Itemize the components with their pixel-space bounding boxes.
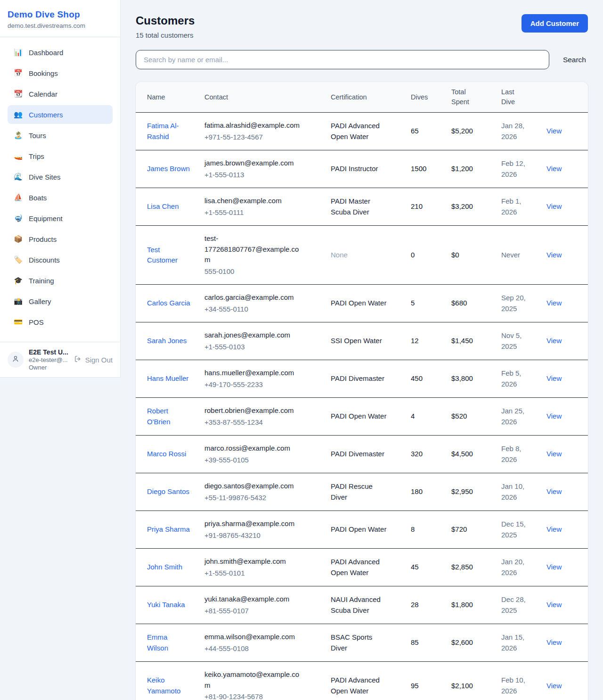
view-link[interactable]: View: [546, 299, 562, 307]
page-header: Customers 15 total customers Add Custome…: [136, 14, 588, 39]
user-name: E2E Test U...: [29, 348, 68, 356]
dives-cell: 0: [411, 226, 451, 285]
shop-domain: demo.test.divestreams.com: [8, 22, 113, 29]
customer-name-link[interactable]: Marco Rossi: [147, 449, 186, 460]
sidebar-item-customers[interactable]: 👥Customers: [8, 105, 113, 124]
action-cell: View: [546, 322, 588, 360]
page-subtitle: 15 total customers: [136, 31, 195, 39]
search-input[interactable]: [136, 50, 549, 69]
customer-name-link[interactable]: Hans Mueller: [147, 373, 188, 384]
customer-name-link[interactable]: Emma Wilson: [147, 632, 190, 653]
dives-cell: 1500: [411, 150, 451, 188]
customer-name-link[interactable]: Robert O'Brien: [147, 406, 190, 427]
view-link[interactable]: View: [546, 682, 562, 690]
sidebar-item-label: Products: [29, 235, 57, 243]
view-link[interactable]: View: [546, 412, 562, 420]
last-dive-cell: Nov 5, 2025: [501, 322, 546, 360]
total-spent-cell: $3,800: [451, 360, 501, 398]
last-dive-cell: Jan 10, 2026: [501, 473, 546, 511]
last-dive-value: Jan 20, 2026: [501, 557, 531, 578]
customer-name-link[interactable]: James Brown: [147, 164, 190, 174]
add-customer-button[interactable]: Add Customer: [522, 14, 588, 33]
customer-name-link[interactable]: Keiko Yamamoto: [147, 675, 190, 696]
customer-name-link[interactable]: Fatima Al-Rashid: [147, 121, 190, 142]
sidebar-item-label: Equipment: [29, 214, 63, 222]
table-row: Hans Muellerhans.mueller@example.com+49-…: [136, 360, 588, 398]
search-button[interactable]: Search: [561, 56, 588, 64]
view-link[interactable]: View: [546, 487, 562, 495]
table-row: James Brownjames.brown@example.com+1-555…: [136, 150, 588, 188]
dives-cell: 95: [411, 662, 451, 700]
sidebar-item-gallery[interactable]: 📸Gallery: [8, 292, 113, 311]
last-dive-value: Dec 15, 2025: [501, 519, 531, 540]
sidebar-item-equipment[interactable]: 🤿Equipment: [8, 209, 113, 228]
sidebar-item-label: Dashboard: [29, 49, 63, 57]
search-row: Search: [136, 50, 588, 69]
action-cell: View: [546, 285, 588, 322]
view-link[interactable]: View: [546, 374, 562, 382]
customer-phone: +971-55-123-4567: [204, 132, 326, 143]
sign-out-icon: [74, 355, 82, 364]
last-dive-value: Feb 12, 2026: [501, 158, 531, 180]
sidebar-item-products[interactable]: 📦Products: [8, 230, 113, 248]
sidebar-item-boats[interactable]: ⛵Boats: [8, 188, 113, 207]
certification-cell: PADI Open Water: [331, 511, 411, 549]
action-cell: View: [546, 473, 588, 511]
certification-value: PADI Advanced Open Water: [331, 121, 388, 142]
customer-name-link[interactable]: Carlos Garcia: [147, 298, 190, 309]
customer-name-link[interactable]: John Smith: [147, 562, 182, 573]
total-spent-cell: $2,850: [451, 549, 501, 586]
sidebar-header: Demo Dive Shop demo.test.divestreams.com: [0, 0, 120, 37]
customer-phone: 555-0100: [204, 266, 326, 277]
view-link[interactable]: View: [546, 251, 562, 259]
customers-table-card: NameContactCertificationDivesTotal Spent…: [136, 82, 588, 700]
customer-email: emma.wilson@example.com: [204, 632, 304, 642]
customer-name-link[interactable]: Sarah Jones: [147, 336, 187, 346]
view-link[interactable]: View: [546, 638, 562, 646]
sidebar-item-dive-sites[interactable]: 🌊Dive Sites: [8, 167, 113, 186]
certification-cell: PADI Rescue Diver: [331, 473, 411, 511]
customer-name-link[interactable]: Priya Sharma: [147, 524, 190, 535]
sign-out-button[interactable]: Sign Out: [74, 355, 113, 364]
customers-table: NameContactCertificationDivesTotal Spent…: [136, 82, 588, 700]
last-dive-cell: Dec 15, 2025: [501, 511, 546, 549]
customer-name-link[interactable]: Yuki Tanaka: [147, 600, 185, 610]
bar-chart-icon: 📊: [14, 48, 23, 57]
customer-name-link[interactable]: Lisa Chen: [147, 201, 179, 212]
view-link[interactable]: View: [546, 337, 562, 345]
view-link[interactable]: View: [546, 165, 562, 173]
customer-phone: +44-555-0108: [204, 643, 326, 654]
view-link[interactable]: View: [546, 202, 562, 210]
sidebar-item-training[interactable]: 🎓Training: [8, 271, 113, 290]
page-header-text: Customers 15 total customers: [136, 14, 195, 39]
view-link[interactable]: View: [546, 127, 562, 135]
sidebar-item-discounts[interactable]: 🏷️Discounts: [8, 250, 113, 269]
total-spent-cell: $0: [451, 226, 501, 285]
sidebar-nav: 📊Dashboard📅Bookings📆Calendar👥Customers🏝️…: [0, 37, 120, 342]
dives-cell: 180: [411, 473, 451, 511]
table-row: Priya Sharmapriya.sharma@example.com+91-…: [136, 511, 588, 549]
column-header-name: Name: [136, 82, 204, 113]
sidebar-item-bookings[interactable]: 📅Bookings: [8, 64, 113, 82]
customer-name-cell: Keiko Yamamoto: [136, 662, 204, 700]
last-dive-cell: Sep 20, 2025: [501, 285, 546, 322]
sidebar-item-tours[interactable]: 🏝️Tours: [8, 126, 113, 145]
people-icon: 👥: [14, 110, 23, 119]
sidebar-item-trips[interactable]: 🚤Trips: [8, 147, 113, 165]
sidebar-item-pos[interactable]: 💳POS: [8, 313, 113, 331]
view-link[interactable]: View: [546, 525, 562, 533]
sidebar-item-dashboard[interactable]: 📊Dashboard: [8, 43, 113, 62]
customer-email: sarah.jones@example.com: [204, 330, 304, 341]
sidebar-item-calendar[interactable]: 📆Calendar: [8, 84, 113, 103]
view-link[interactable]: View: [546, 601, 562, 609]
customer-email: priya.sharma@example.com: [204, 519, 304, 529]
customer-email: keiko.yamamoto@example.com: [204, 669, 304, 691]
sidebar-footer: E2E Test U... e2e-tester@... Owner Sign …: [0, 342, 120, 377]
customer-name-link[interactable]: Diego Santos: [147, 486, 189, 497]
certification-value: PADI Open Water: [331, 411, 388, 422]
view-link[interactable]: View: [546, 450, 562, 458]
view-link[interactable]: View: [546, 563, 562, 571]
customer-name-link[interactable]: Test Customer: [147, 245, 190, 266]
certification-cell: NAUI Advanced Scuba Diver: [331, 586, 411, 624]
customer-name-cell: Marco Rossi: [136, 436, 204, 473]
